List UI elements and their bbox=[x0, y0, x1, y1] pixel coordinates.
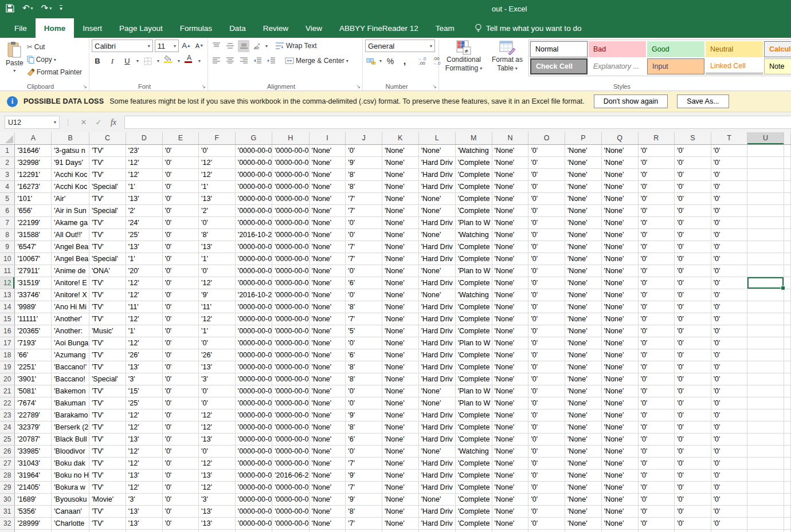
cell-L14[interactable]: 'Hard Driv bbox=[418, 301, 455, 313]
col-header-A[interactable]: A bbox=[15, 132, 52, 144]
cell-U11[interactable] bbox=[747, 265, 784, 277]
cell-D25[interactable]: '13' bbox=[126, 433, 162, 445]
cell-R7[interactable]: '0' bbox=[638, 216, 675, 228]
cell-Q29[interactable]: 'None' bbox=[601, 481, 638, 493]
cell-T24[interactable]: '0' bbox=[711, 421, 747, 433]
col-header-U[interactable]: U bbox=[747, 132, 784, 144]
cell-D21[interactable]: '15' bbox=[126, 385, 162, 397]
cell-D19[interactable]: '13' bbox=[126, 361, 162, 373]
cell-A32[interactable]: '28999' bbox=[15, 517, 52, 529]
cell-Q32[interactable]: 'None' bbox=[601, 517, 638, 529]
cell-D23[interactable]: '12' bbox=[126, 409, 162, 421]
cell-U9[interactable] bbox=[747, 241, 784, 253]
cell-H24[interactable]: '0000-00-0 bbox=[272, 421, 309, 433]
cell-N28[interactable]: 'None' bbox=[492, 469, 528, 481]
cell-J27[interactable]: '7' bbox=[346, 457, 382, 469]
cell-N13[interactable]: 'None' bbox=[492, 289, 528, 301]
cell-D1[interactable]: '23' bbox=[126, 144, 162, 156]
cell-S4[interactable]: '0' bbox=[675, 180, 711, 192]
cell-H1[interactable]: '0000-00-0 bbox=[272, 144, 309, 156]
cell-U12[interactable] bbox=[747, 277, 784, 289]
undo-dropdown-icon[interactable]: ▾ bbox=[31, 6, 33, 11]
cell-U15[interactable] bbox=[747, 313, 784, 325]
cell-J8[interactable]: '0' bbox=[346, 228, 382, 241]
row-header-29[interactable]: 29 bbox=[0, 481, 15, 493]
cell-U23[interactable] bbox=[747, 409, 784, 421]
cell-S28[interactable]: '0' bbox=[675, 469, 711, 481]
row-header-28[interactable]: 28 bbox=[0, 469, 15, 481]
cell-Q14[interactable]: 'None' bbox=[601, 301, 638, 313]
cell-D32[interactable]: '13' bbox=[126, 517, 162, 529]
formula-input[interactable] bbox=[124, 116, 791, 129]
cell-E23[interactable]: '0' bbox=[162, 409, 199, 421]
cell-C31[interactable]: 'TV' bbox=[89, 505, 126, 517]
cell-F12[interactable]: '12' bbox=[199, 277, 236, 289]
orientation-button[interactable]: ab bbox=[252, 40, 263, 52]
cell-R14[interactable]: '0' bbox=[638, 301, 675, 313]
cell-M27[interactable]: 'Complete bbox=[455, 457, 492, 469]
col-header-I[interactable]: I bbox=[309, 132, 346, 144]
cell-J20[interactable]: '8' bbox=[346, 373, 382, 385]
cell-G13[interactable]: '2016-10-2 bbox=[235, 289, 272, 301]
cell-U33[interactable] bbox=[747, 529, 784, 532]
cell-M7[interactable]: 'Plan to W bbox=[455, 216, 492, 228]
cell-E25[interactable]: '0' bbox=[162, 433, 199, 445]
cell-D6[interactable]: '2' bbox=[126, 204, 162, 216]
cell-L19[interactable]: 'Hard Driv bbox=[418, 361, 455, 373]
cell-S29[interactable]: '0' bbox=[675, 481, 711, 493]
cell-A14[interactable]: '9989' bbox=[15, 301, 52, 313]
cell-D12[interactable]: '12' bbox=[126, 277, 162, 289]
cell-U5[interactable] bbox=[747, 192, 784, 204]
font-size-combo[interactable]: 11▾ bbox=[155, 40, 179, 52]
cell-G22[interactable]: '0000-00-0 bbox=[235, 397, 272, 409]
cell-N30[interactable]: 'None' bbox=[492, 493, 528, 505]
cell-D15[interactable]: '12' bbox=[126, 313, 162, 325]
cell-P7[interactable]: 'None' bbox=[565, 216, 601, 228]
cell-S12[interactable]: '0' bbox=[675, 277, 711, 289]
cell-U17[interactable] bbox=[747, 337, 784, 349]
cell-F10[interactable]: '1' bbox=[199, 253, 236, 265]
cell-U26[interactable] bbox=[747, 445, 784, 457]
cell-B19[interactable]: 'Baccano!' bbox=[52, 361, 89, 373]
cell-U31[interactable] bbox=[747, 505, 784, 517]
cell-F2[interactable]: '12' bbox=[199, 156, 236, 168]
paste-dropdown-icon[interactable]: ▾ bbox=[13, 68, 15, 73]
cell-O25[interactable]: '0' bbox=[528, 433, 565, 445]
decrease-indent-button[interactable] bbox=[252, 55, 263, 67]
row-header-30[interactable]: 30 bbox=[0, 493, 15, 505]
cell-G9[interactable]: '0000-00-0 bbox=[235, 241, 272, 253]
cell-R33[interactable]: '0' bbox=[638, 529, 675, 532]
cell-N8[interactable]: 'None' bbox=[492, 228, 528, 241]
cell-I15[interactable]: 'None' bbox=[309, 313, 346, 325]
cell-L13[interactable]: 'None' bbox=[418, 289, 455, 301]
cell-F25[interactable]: '13' bbox=[199, 433, 236, 445]
cell-P14[interactable]: 'None' bbox=[565, 301, 601, 313]
cell-D9[interactable]: '13' bbox=[126, 241, 162, 253]
cell-M11[interactable]: 'Plan to W bbox=[455, 265, 492, 277]
tab-team[interactable]: Team bbox=[427, 18, 463, 38]
select-all-corner[interactable] bbox=[0, 132, 15, 144]
cell-C11[interactable]: 'ONA' bbox=[89, 265, 126, 277]
cell-U4[interactable] bbox=[747, 180, 784, 192]
cell-F21[interactable]: '0' bbox=[199, 385, 236, 397]
cell-I16[interactable]: 'None' bbox=[309, 325, 346, 337]
cell-style-note[interactable]: Note bbox=[764, 58, 791, 74]
cell-L24[interactable]: 'Hard Driv bbox=[418, 421, 455, 433]
cell-R25[interactable]: '0' bbox=[638, 433, 675, 445]
cell-R19[interactable]: '0' bbox=[638, 361, 675, 373]
cell-B3[interactable]: 'Acchi Koc bbox=[52, 168, 89, 180]
cell-B1[interactable]: '3-gatsu n bbox=[52, 144, 89, 156]
cell-U13[interactable] bbox=[747, 289, 784, 301]
cell-M25[interactable]: 'Complete bbox=[455, 433, 492, 445]
cell-F3[interactable]: '12' bbox=[199, 168, 236, 180]
cell-R31[interactable]: '0' bbox=[638, 505, 675, 517]
cell-O33[interactable]: '0' bbox=[528, 529, 565, 532]
cell-H16[interactable]: '0000-00-0 bbox=[272, 325, 309, 337]
cell-Q6[interactable]: 'None' bbox=[601, 204, 638, 216]
cell-I30[interactable]: 'None' bbox=[309, 493, 346, 505]
cell-J23[interactable]: '9' bbox=[346, 409, 382, 421]
cell-J17[interactable]: '0' bbox=[346, 337, 382, 349]
cell-F13[interactable]: '9' bbox=[199, 289, 236, 301]
cell-S22[interactable]: '0' bbox=[675, 397, 711, 409]
cell-F22[interactable]: '0' bbox=[199, 397, 236, 409]
